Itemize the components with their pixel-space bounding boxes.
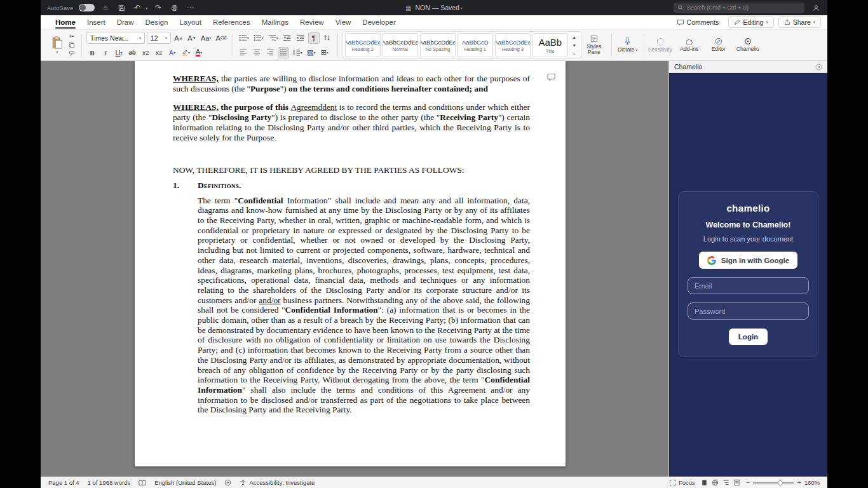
- paste-dropdown-icon[interactable]: ▾: [56, 50, 58, 54]
- style-no-spacing[interactable]: AaBbCcDdEe No Spacing: [420, 33, 456, 57]
- indent-button[interactable]: [295, 32, 306, 44]
- zoom-in-button[interactable]: +: [797, 479, 801, 486]
- email-field[interactable]: [688, 277, 809, 294]
- comment-indicator-icon[interactable]: [545, 71, 557, 83]
- tab-layout[interactable]: Layout: [173, 17, 207, 29]
- align-right-button[interactable]: [264, 47, 276, 58]
- paragraph-whereas-1[interactable]: WHEREAS, the parties are willing to disc…: [173, 74, 530, 93]
- line-spacing-button[interactable]: ▾: [291, 47, 304, 58]
- style-heading2[interactable]: AaBbCcDdEe Heading 2: [345, 33, 381, 57]
- document-title-area[interactable]: ▦ NON — Saved ▾: [405, 4, 463, 11]
- paragraph-definitions[interactable]: The term "Confidential Information" shal…: [173, 196, 530, 415]
- sensitivity-button[interactable]: Sensitivity: [646, 31, 675, 59]
- comments-button[interactable]: Comments: [672, 17, 724, 27]
- highlight-button[interactable]: ▾: [180, 47, 191, 58]
- addins-button[interactable]: Add-ins: [675, 31, 704, 59]
- tab-view[interactable]: View: [330, 17, 357, 29]
- styles-pane-button[interactable]: Styles Pane: [581, 31, 607, 59]
- account-icon[interactable]: [811, 3, 821, 13]
- change-case-button[interactable]: Aa▾: [200, 32, 212, 44]
- login-button[interactable]: Login: [729, 329, 768, 345]
- tab-review[interactable]: Review: [294, 17, 330, 29]
- search-input[interactable]: [687, 4, 801, 11]
- chamelio-ribbon-button[interactable]: Chamelio: [733, 31, 763, 59]
- format-painter-button[interactable]: [67, 50, 77, 58]
- outline-view-button[interactable]: [722, 479, 729, 486]
- paragraph-whereas-2[interactable]: WHEREAS, the purpose of this Agreemddent…: [173, 102, 530, 142]
- tab-design[interactable]: Design: [140, 17, 174, 29]
- undo-icon[interactable]: ↶: [132, 3, 142, 13]
- bold-button[interactable]: B: [86, 47, 98, 58]
- show-paragraph-marks-button[interactable]: ¶: [308, 32, 320, 44]
- google-signin-button[interactable]: Sign in with Google: [699, 252, 797, 269]
- paste-button[interactable]: ▾: [48, 32, 67, 58]
- text-effects-button[interactable]: A▾: [166, 47, 178, 58]
- copy-button[interactable]: [67, 41, 77, 50]
- italic-button[interactable]: I: [100, 47, 111, 58]
- multilevel-list-button[interactable]: ▾: [267, 32, 280, 44]
- zoom-out-button[interactable]: −: [746, 479, 750, 486]
- password-field[interactable]: [688, 302, 809, 320]
- print-icon[interactable]: [169, 3, 179, 13]
- styles-scroll-down-button[interactable]: ▼: [570, 41, 579, 49]
- align-center-button[interactable]: [251, 47, 262, 58]
- accessibility-status[interactable]: Accessibility: Investigate: [240, 479, 315, 486]
- zoom-slider[interactable]: [753, 480, 794, 486]
- document-canvas[interactable]: WHEREAS, the parties are willing to disc…: [41, 61, 668, 477]
- strikethrough-button[interactable]: ab: [126, 47, 138, 58]
- autosave-toggle[interactable]: [79, 4, 95, 11]
- document-page[interactable]: WHEREAS, the parties are willing to disc…: [135, 61, 566, 466]
- tab-developer[interactable]: Developer: [356, 17, 401, 29]
- tab-references[interactable]: References: [207, 17, 256, 29]
- cut-button[interactable]: ✂: [67, 32, 77, 41]
- superscript-button[interactable]: x2: [153, 47, 165, 58]
- language-indicator[interactable]: English (United States): [154, 479, 216, 486]
- style-heading3[interactable]: AaBbCcDdEe Heading 3: [495, 33, 531, 57]
- redo-icon[interactable]: ↷: [153, 3, 163, 13]
- font-color-button[interactable]: A▾: [193, 47, 205, 58]
- zoom-slider-knob[interactable]: [778, 480, 783, 485]
- more-commands-icon[interactable]: ⋯: [185, 3, 195, 13]
- undo-dropdown-icon[interactable]: ▾: [146, 6, 147, 10]
- panel-close-button[interactable]: [815, 64, 822, 71]
- zoom-level[interactable]: 160%: [804, 479, 820, 486]
- style-title[interactable]: AaBb Title: [532, 33, 568, 57]
- sort-button[interactable]: [322, 32, 333, 44]
- tab-home[interactable]: Home: [50, 17, 81, 29]
- style-normal[interactable]: AaBbCcDdEe Normal: [383, 33, 418, 57]
- tab-insert[interactable]: Insert: [81, 17, 111, 29]
- clear-formatting-button[interactable]: A⌫: [214, 32, 227, 44]
- word-count[interactable]: 1 of 1968 words: [88, 479, 131, 486]
- document-text[interactable]: WHEREAS, the parties are willing to disc…: [173, 74, 530, 415]
- font-size-select[interactable]: 12▾: [147, 32, 171, 44]
- editor-button[interactable]: Editor: [704, 31, 733, 59]
- align-left-button[interactable]: [238, 47, 249, 58]
- styles-more-button[interactable]: ⌄: [570, 50, 579, 57]
- macro-record-icon[interactable]: [224, 479, 231, 486]
- focus-mode-button[interactable]: Focus: [669, 479, 695, 486]
- home-icon[interactable]: ⌂: [100, 3, 111, 13]
- editing-mode-button[interactable]: Editing ▾: [728, 17, 773, 28]
- print-layout-view-button[interactable]: [701, 479, 708, 486]
- bullet-list-button[interactable]: ▾: [238, 32, 250, 44]
- dictate-button[interactable]: Dictate▾: [613, 31, 642, 59]
- shrink-font-button[interactable]: A▼: [186, 32, 198, 44]
- tab-draw[interactable]: Draw: [111, 17, 140, 29]
- numbered-list-button[interactable]: ▾: [252, 32, 265, 44]
- styles-scroll-up-button[interactable]: ▲: [570, 33, 579, 41]
- proofing-book-icon[interactable]: [139, 480, 146, 486]
- paragraph-now-therefore[interactable]: NOW, THEREFORE, IT IS HEREBY AGREED BY T…: [173, 165, 530, 175]
- grow-font-button[interactable]: A▲: [173, 32, 184, 44]
- draft-view-button[interactable]: [733, 479, 740, 486]
- tab-mailings[interactable]: Mailings: [256, 17, 294, 29]
- share-button[interactable]: Share ▾: [778, 17, 821, 28]
- save-icon[interactable]: [116, 3, 126, 13]
- web-layout-view-button[interactable]: [712, 479, 719, 486]
- borders-button[interactable]: ⊞▾: [319, 47, 330, 58]
- underline-button[interactable]: U▾: [113, 47, 125, 58]
- font-name-select[interactable]: Times New...▾: [86, 32, 145, 44]
- title-dropdown-icon[interactable]: ▾: [461, 6, 463, 10]
- shading-button[interactable]: ▨▾: [306, 47, 317, 58]
- heading-definitions[interactable]: 1. Definitions.: [173, 180, 530, 191]
- style-heading1[interactable]: AaBbCcD Heading 1: [458, 33, 493, 57]
